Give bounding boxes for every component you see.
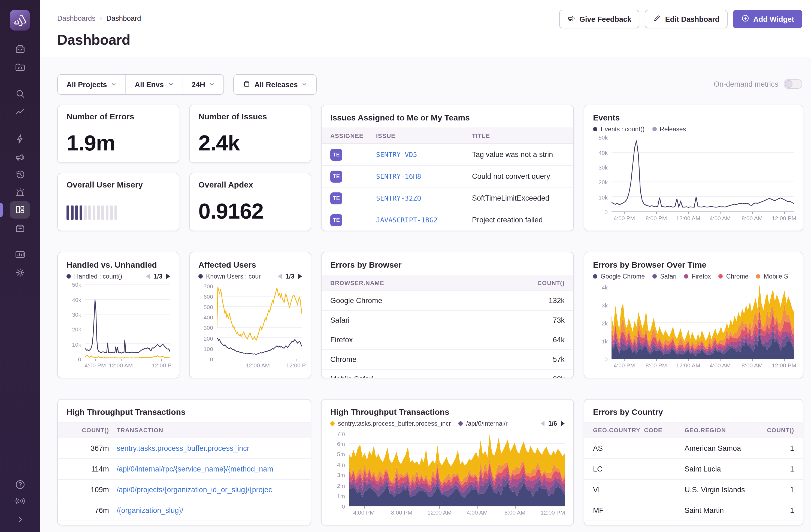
give-feedback-button[interactable]: Give Feedback bbox=[559, 10, 640, 28]
legend-label: /api/0/internal/r bbox=[466, 420, 508, 427]
widget-issues-assigned[interactable]: Issues Assigned to Me or My Teams ASSIGN… bbox=[321, 105, 574, 231]
widget-errors-by-country[interactable]: Errors by Country GEO.COUNTRY_CODEGEO.RE… bbox=[584, 399, 804, 526]
country-code: MF bbox=[593, 506, 685, 515]
pager-previous-icon[interactable] bbox=[278, 274, 282, 279]
sidebar-item-projects[interactable] bbox=[10, 58, 30, 76]
pager-previous-icon[interactable] bbox=[541, 421, 545, 426]
legend-dot-icon bbox=[684, 274, 688, 278]
sidebar-item-broadcasts[interactable] bbox=[10, 492, 30, 510]
transaction-link[interactable]: /api/0/internal/rpc/{service_name}/{meth… bbox=[117, 465, 302, 473]
legend-label: Handled : count() bbox=[74, 273, 122, 279]
legend-item[interactable]: Safari bbox=[653, 273, 676, 279]
legend-item[interactable]: Chrome bbox=[719, 273, 749, 279]
sidebar-item-explore[interactable] bbox=[10, 85, 30, 103]
legend-item[interactable]: Firefox bbox=[684, 273, 711, 279]
table-row[interactable]: 109m/api/0/projects/{organization_id_or_… bbox=[58, 480, 311, 500]
widget-errors-by-browser[interactable]: Errors by Browser BROWSER.NAMECOUNT()Goo… bbox=[321, 252, 574, 378]
legend-dot-icon bbox=[719, 274, 723, 278]
widget-high-throughput-transactions-table[interactable]: High Throughput Transactions COUNT()TRAN… bbox=[57, 399, 311, 526]
sidebar-item-dashboards[interactable] bbox=[10, 201, 30, 218]
environment-filter-dropdown[interactable]: All Envs bbox=[126, 75, 183, 94]
widget-title: Overall User Misery bbox=[66, 180, 170, 189]
errors-by-browser-over-time-chart: 01k2k3k4k4:00 PM8:00 PM12:00 AM4:00 AM8:… bbox=[593, 282, 794, 370]
table-row[interactable]: Google Chrome132k bbox=[322, 291, 573, 311]
widget-number-of-issues[interactable]: Number of Issues 2.4k bbox=[189, 105, 311, 163]
sidebar-item-feedback[interactable] bbox=[10, 148, 30, 166]
releases-filter-dropdown[interactable]: All Releases bbox=[234, 75, 316, 94]
page-header: Dashboards › Dashboard Dashboard Give Fe… bbox=[40, 0, 811, 57]
megaphone-icon bbox=[14, 152, 25, 163]
sidebar-item-stats[interactable] bbox=[10, 246, 30, 263]
y-axis-labels: 010k20k30k40k50k bbox=[66, 282, 85, 359]
table-row[interactable]: Safari73k bbox=[322, 311, 573, 330]
inbox-stack-icon bbox=[14, 44, 25, 55]
edit-dashboard-button[interactable]: Edit Dashboard bbox=[645, 10, 728, 28]
ondemand-metrics-toggle[interactable] bbox=[784, 79, 802, 89]
legend-item[interactable]: Releases bbox=[652, 126, 686, 133]
table-row[interactable]: 367msentry.tasks.process_buffer.process_… bbox=[58, 438, 311, 459]
table-row[interactable]: 76m/{organization_slug}/ bbox=[58, 500, 311, 521]
table-row[interactable]: LCSaint Lucia1 bbox=[584, 459, 803, 480]
issue-link[interactable]: SENTRY-16H8 bbox=[376, 172, 472, 180]
widget-affected-users[interactable]: Affected Users Known Users : cour1/3 010… bbox=[189, 252, 311, 378]
pager-previous-icon[interactable] bbox=[146, 274, 150, 279]
sidebar-item-performance[interactable] bbox=[10, 104, 30, 121]
table-row[interactable]: ASAmerican Samoa1 bbox=[584, 438, 803, 459]
widget-number-of-errors[interactable]: Number of Errors 1.9m bbox=[57, 105, 179, 163]
sidebar-item-issues[interactable] bbox=[10, 40, 30, 58]
widget-high-throughput-transactions-chart[interactable]: High Throughput Transactions sentry.task… bbox=[321, 399, 574, 526]
transaction-link[interactable]: sentry.tasks.process_buffer.process_incr bbox=[117, 444, 302, 452]
sidebar-item-alerts[interactable] bbox=[10, 184, 30, 201]
table-row[interactable]: Mobile Safari33k bbox=[322, 369, 573, 378]
pager-next-icon[interactable] bbox=[561, 421, 565, 426]
breadcrumb-dashboards-link[interactable]: Dashboards bbox=[57, 14, 95, 22]
add-widget-button[interactable]: Add Widget bbox=[733, 10, 802, 28]
date-range-filter-dropdown[interactable]: 24H bbox=[182, 75, 224, 94]
legend-dot-icon bbox=[66, 274, 71, 278]
sentry-logo[interactable] bbox=[10, 10, 30, 31]
table-row[interactable]: TESENTRY-16H8Could not convert query bbox=[322, 166, 573, 187]
legend-dot-icon bbox=[653, 274, 657, 278]
table-row[interactable]: 114m/api/0/internal/rpc/{service_name}/{… bbox=[58, 459, 311, 480]
table-row[interactable]: TESENTRY-VD5Tag value was not a strin bbox=[322, 144, 573, 166]
widget-overall-apdex[interactable]: Overall Apdex 0.9162 bbox=[189, 173, 311, 231]
issue-link[interactable]: SENTRY-32ZQ bbox=[376, 194, 472, 202]
table-row[interactable]: VIU.S. Virgin Islands1 bbox=[584, 480, 803, 500]
legend-item[interactable]: Google Chrome bbox=[593, 273, 645, 279]
sidebar-item-replays[interactable] bbox=[10, 166, 30, 183]
table-row[interactable]: MFSaint Martin1 bbox=[584, 500, 803, 521]
table-row[interactable]: Firefox64k bbox=[322, 330, 573, 350]
widget-errors-by-browser-over-time[interactable]: Errors by Browser Over Time Google Chrom… bbox=[584, 252, 804, 378]
pager-next-icon[interactable] bbox=[166, 274, 170, 279]
assignee-avatar: TE bbox=[330, 214, 342, 226]
column-header: BROWSER.NAME bbox=[330, 279, 537, 286]
table-row[interactable]: Chrome57k bbox=[322, 350, 573, 369]
legend-dot-icon bbox=[198, 274, 203, 278]
widget-overall-user-misery[interactable]: Overall User Misery bbox=[57, 173, 179, 231]
transaction-link[interactable]: /{organization_slug}/ bbox=[117, 506, 302, 515]
browser-count: 73k bbox=[553, 316, 565, 324]
bar-chart-icon bbox=[14, 249, 25, 260]
widget-events[interactable]: Events Events : count()Releases 010k20k3… bbox=[584, 105, 804, 231]
legend-item[interactable]: Known Users : cour bbox=[198, 273, 261, 279]
legend-item[interactable]: Mobile S bbox=[756, 273, 789, 279]
legend-item[interactable]: Events : count() bbox=[593, 126, 644, 133]
project-filter-dropdown[interactable]: All Projects bbox=[58, 75, 126, 94]
issue-link[interactable]: SENTRY-VD5 bbox=[376, 150, 472, 158]
sentry-dashboard-app: Dashboards › Dashboard Dashboard Give Fe… bbox=[0, 0, 811, 532]
legend-item[interactable]: Handled : count() bbox=[66, 273, 122, 279]
transaction-link[interactable]: /api/0/projects/{organization_id_or_slug… bbox=[117, 486, 302, 494]
sidebar-item-settings[interactable] bbox=[10, 264, 30, 281]
legend-item[interactable]: sentry.tasks.process_buffer.process_incr bbox=[330, 420, 451, 427]
sidebar-item-starred[interactable] bbox=[10, 130, 30, 148]
sidebar-item-releases[interactable] bbox=[10, 220, 30, 237]
sidebar-item-collapse[interactable] bbox=[10, 511, 30, 528]
sidebar-item-help[interactable] bbox=[10, 476, 30, 493]
widget-handled-vs-unhandled[interactable]: Handled vs. Unhandled Handled : count()1… bbox=[57, 252, 179, 378]
legend-item[interactable]: /api/0/internal/r bbox=[459, 420, 508, 427]
table-row[interactable]: TESENTRY-32ZQSoftTimeLimitExceeded bbox=[322, 187, 573, 209]
pager-next-icon[interactable] bbox=[298, 274, 302, 279]
ondemand-metrics-label: On-demand metrics bbox=[714, 80, 778, 88]
table-row[interactable]: TEJAVASCRIPT-1BG2Project creation failed bbox=[322, 209, 573, 231]
issue-link[interactable]: JAVASCRIPT-1BG2 bbox=[376, 216, 472, 224]
